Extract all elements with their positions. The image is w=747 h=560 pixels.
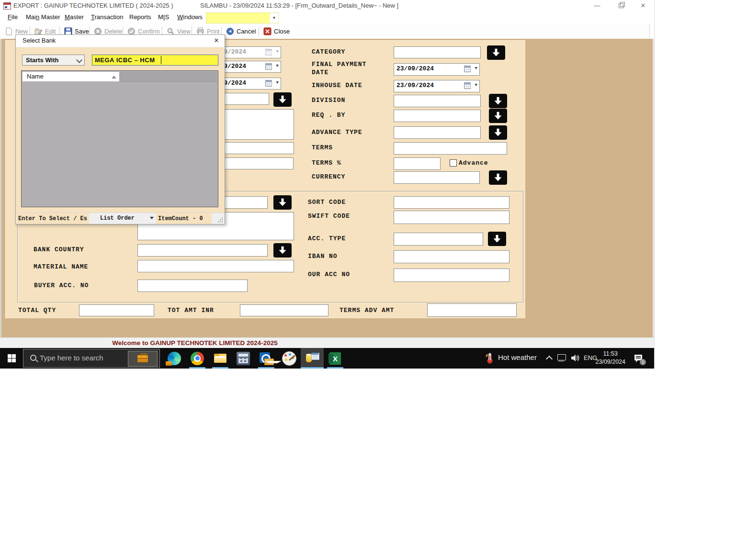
new-page-icon — [5, 27, 13, 35]
down-arrow-icon — [491, 48, 501, 57]
bank-country-lookup-button[interactable] — [273, 243, 292, 258]
total-qty-label: TOTAL QTY — [18, 307, 56, 314]
inhouse-date-field[interactable]: 23/09/2024▼ — [394, 80, 480, 92]
dialog-hint: Enter To Select / Es — [16, 213, 89, 224]
menu-transaction[interactable]: Transaction — [91, 13, 123, 21]
briefcase-chip[interactable] — [128, 351, 158, 367]
bank-name-lookup-button[interactable] — [273, 195, 292, 210]
taskbar-search[interactable]: Type here to search — [23, 349, 160, 368]
resize-grip[interactable] — [217, 217, 223, 223]
terms-adv-amt-field[interactable] — [427, 303, 517, 317]
bank-list[interactable]: Name — [21, 70, 218, 207]
clock-time: 11:53 — [595, 350, 625, 358]
calendar-icon — [265, 80, 272, 87]
sort-code-field[interactable] — [394, 196, 509, 209]
menu-file[interactable]: File — [8, 13, 18, 21]
taskbar-calculator[interactable] — [232, 348, 255, 369]
minimize-button[interactable]: — — [590, 1, 604, 11]
bank-country-field[interactable] — [137, 244, 268, 257]
running-indicator — [327, 367, 343, 369]
menu-windows[interactable]: Windows — [177, 13, 203, 21]
tray-chevron-icon[interactable] — [546, 356, 553, 362]
tot-amt-inr-field[interactable] — [240, 304, 328, 316]
running-indicator — [189, 367, 205, 369]
taskbar-edge[interactable] — [163, 348, 186, 369]
req-by-lookup-button[interactable] — [489, 109, 507, 123]
final-payment-label: FINAL PAYMENT — [312, 61, 366, 68]
weather-thermometer-icon[interactable] — [484, 352, 495, 364]
chevron-down-icon: ▼ — [276, 80, 279, 85]
swift-code-field[interactable] — [394, 211, 509, 224]
chevron-down-icon: ▼ — [276, 49, 279, 54]
dialog-close-button[interactable]: ✕ — [212, 36, 221, 45]
toolbar-separator — [259, 26, 259, 36]
req-by-field[interactable] — [394, 110, 481, 122]
terms-label: TERMS — [312, 144, 333, 151]
terms-field[interactable] — [394, 142, 507, 155]
advance-type-lookup-button[interactable] — [489, 125, 507, 140]
text-caret — [161, 56, 161, 64]
cancel-button[interactable]: Cancel — [223, 25, 259, 37]
division-field[interactable] — [394, 95, 481, 107]
network-icon[interactable] — [557, 354, 566, 360]
calendar-icon — [464, 66, 471, 72]
final-payment-date-field[interactable]: 23/09/2024▼ — [394, 63, 480, 76]
calendar-icon — [265, 49, 272, 56]
weather-text[interactable]: Hot weather — [498, 353, 537, 361]
taskbar-explorer[interactable] — [209, 348, 232, 369]
final-payment-label-2: DATE — [312, 69, 328, 76]
restore-button[interactable] — [614, 1, 628, 11]
close-red-icon — [263, 27, 272, 35]
advance-type-field[interactable] — [394, 126, 481, 139]
advance-checkbox[interactable] — [450, 159, 457, 167]
iban-no-label: IBAN NO — [308, 253, 338, 260]
dialog-title-bar: Select Bank ✕ — [16, 35, 225, 47]
category-field[interactable] — [394, 46, 481, 58]
desktop: EXPORT : GAINUP TECHNOTEK LIMITED ( 2024… — [0, 0, 747, 560]
menu-master[interactable]: Master — [65, 13, 84, 21]
start-button[interactable] — [0, 348, 23, 369]
menu-reports[interactable]: Reports — [129, 13, 151, 21]
chevron-down-icon — [150, 217, 154, 219]
menu-search-combo[interactable]: ▼ — [206, 12, 279, 23]
currency-field[interactable] — [394, 171, 480, 184]
bank-search-input[interactable]: MEGA ICBC – HCM — [92, 55, 218, 66]
briefcase-badge-icon — [166, 361, 172, 366]
division-lookup-button[interactable] — [489, 94, 507, 108]
volume-icon[interactable] — [570, 353, 580, 363]
menu-mis[interactable]: MIS — [158, 13, 169, 21]
clock-date: 23/09/2024 — [595, 358, 625, 366]
taskbar-outlook[interactable] — [255, 348, 278, 369]
close-window-button[interactable]: ✕ — [636, 1, 650, 11]
category-label: CATEGORY — [312, 48, 345, 56]
iban-no-field[interactable] — [394, 250, 509, 263]
category-lookup-button[interactable] — [487, 45, 505, 60]
name-column-header[interactable]: Name — [23, 72, 120, 81]
notification-icon[interactable]: 1 — [633, 353, 645, 364]
total-qty-field[interactable] — [79, 304, 154, 316]
list-order-select[interactable]: List Order — [100, 215, 135, 222]
acc-type-lookup-button[interactable] — [488, 232, 506, 246]
app-icon — [3, 2, 11, 10]
filter-mode-select[interactable]: Starts With — [22, 55, 85, 66]
taskbar-chrome[interactable] — [186, 348, 209, 369]
party-lookup-button[interactable] — [273, 92, 292, 107]
close-button[interactable]: Close — [260, 25, 293, 37]
material-name-field[interactable] — [137, 260, 294, 272]
bank-country-label: BANK COUNTRY — [34, 246, 84, 253]
column-header-filler — [119, 72, 217, 82]
material-name-label: MATERIAL NAME — [34, 263, 88, 270]
taskbar-paint[interactable] — [278, 348, 301, 369]
clock[interactable]: 11:53 23/09/2024 — [595, 350, 625, 366]
acc-type-field[interactable] — [394, 233, 483, 246]
currency-lookup-button[interactable] — [489, 170, 507, 185]
buyer-acc-no-field[interactable] — [137, 280, 248, 292]
delete-icon — [94, 27, 102, 35]
taskbar-erp-app-active[interactable] — [301, 348, 324, 369]
terms-pct-field[interactable] — [394, 157, 441, 170]
advance-checkbox-label: Advance — [459, 159, 488, 167]
taskbar-excel[interactable]: X — [324, 348, 347, 369]
taskbar: Type here to search — [0, 348, 654, 369]
our-acc-no-field[interactable] — [394, 269, 509, 282]
menu-main-master[interactable]: Main Master — [26, 13, 60, 21]
